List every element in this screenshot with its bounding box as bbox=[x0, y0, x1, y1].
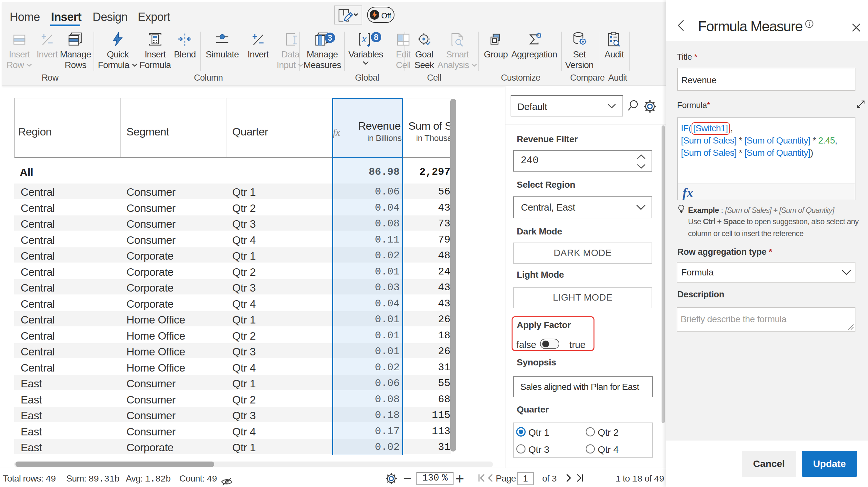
svg-text:x: x bbox=[361, 33, 366, 44]
svg-text:3: 3 bbox=[328, 33, 332, 42]
svg-text:8: 8 bbox=[374, 33, 378, 41]
